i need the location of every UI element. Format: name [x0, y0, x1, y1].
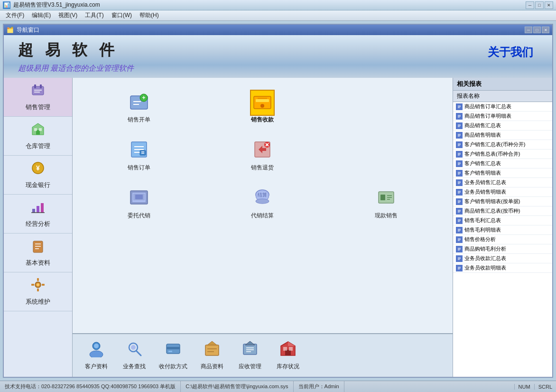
report-item-icon [456, 122, 463, 129]
report-item[interactable]: 业务员销售汇总表 [453, 178, 552, 187]
sales-receipt-label: 销售收款 [251, 116, 274, 124]
report-item[interactable]: 商品销售订单汇总表 [453, 102, 552, 112]
sidebar-item-warehouse[interactable]: 仓库管理 [4, 117, 72, 156]
svg-point-32 [260, 104, 264, 108]
svg-rect-13 [41, 203, 44, 213]
report-item[interactable]: 客户销售汇总表(币种分开) [453, 140, 552, 149]
report-item[interactable]: 业务员收款汇总表 [453, 254, 552, 263]
menu-window[interactable]: 窗口(W) [108, 10, 136, 20]
maximize-button[interactable]: □ [535, 1, 544, 9]
func-sales-order[interactable]: 销售订单 [77, 131, 201, 179]
svg-rect-22 [37, 289, 39, 291]
svg-point-20 [37, 283, 39, 286]
nav-restore-button[interactable]: □ [533, 27, 541, 33]
svg-rect-79 [289, 347, 293, 351]
report-item-icon [456, 179, 463, 186]
report-item-label: 商品销售明细表 [464, 131, 501, 139]
cash-sales-label: 现款销售 [375, 212, 398, 220]
main-area: 🗂️ 导航窗口 ─ □ ✕ 超 易 软 件 超级易用 最适合您的企业管理软件 关… [0, 21, 556, 381]
report-item[interactable]: 商品销售汇总表(按币种) [453, 206, 552, 216]
sidebar-system-label: 系统维护 [26, 298, 50, 306]
header-banner: 超 易 软 件 超级易用 最适合您的企业管理软件 关于我们 [4, 35, 552, 78]
svg-text:¥: ¥ [36, 164, 40, 172]
menu-edit[interactable]: 编辑(E) [28, 10, 55, 20]
menu-view[interactable]: 视图(V) [55, 10, 81, 20]
svg-marker-67 [207, 341, 217, 345]
svg-rect-70 [243, 344, 257, 355]
report-item[interactable]: 销售价格分析 [453, 235, 552, 244]
report-list[interactable]: 商品销售订单汇总表商品销售订单明细表商品销售汇总表商品销售明细表客户销售汇总表(… [453, 102, 552, 377]
system-icon [30, 277, 46, 296]
report-item[interactable]: 客户销售汇总表 [453, 159, 552, 168]
report-item[interactable]: 客户销售总表(币种合并) [453, 149, 552, 159]
svg-rect-64 [167, 347, 180, 349]
receivable-label: 应收管理 [239, 363, 261, 371]
report-item-label: 业务员收款明细表 [464, 264, 506, 271]
payment-label: 收付款方式 [159, 363, 187, 371]
report-item[interactable]: 客户销售明细表(按单据) [453, 197, 552, 206]
sidebar-item-cash[interactable]: ¥ 现金银行 [4, 156, 72, 195]
menu-help[interactable]: 帮助(H) [136, 10, 163, 20]
sales-return-label: 销售退货 [251, 164, 274, 172]
report-item[interactable]: 商品销售明细表 [453, 131, 552, 140]
svg-rect-8 [39, 128, 42, 131]
report-item[interactable]: 业务员销售明细表 [453, 187, 552, 197]
report-item[interactable]: 业务员收款明细表 [453, 263, 552, 273]
about-us-link[interactable]: 关于我们 [488, 45, 533, 60]
func-sales-open[interactable]: + 销售开单 [77, 83, 201, 131]
report-item-icon [456, 246, 463, 252]
nav-close-button[interactable]: ✕ [542, 27, 549, 33]
svg-point-58 [90, 351, 103, 357]
func-sales-return[interactable]: 销售退货 [201, 131, 324, 179]
menu-file[interactable]: 文件(F) [2, 10, 28, 20]
report-item[interactable]: 客户销售明细表 [453, 168, 552, 178]
sales-return-icon [251, 138, 274, 161]
nav-minimize-button[interactable]: ─ [525, 27, 532, 33]
report-item[interactable]: 商品销售汇总表 [453, 121, 552, 131]
func-cash-sales[interactable]: 现款销售 [324, 179, 448, 227]
nav-window: 🗂️ 导航窗口 ─ □ ✕ 超 易 软 件 超级易用 最适合您的企业管理软件 关… [3, 24, 553, 378]
report-item[interactable]: 销售毛利汇总表 [453, 216, 552, 225]
report-item-label: 客户销售明细表(按单据) [464, 198, 520, 205]
report-item-icon [456, 227, 463, 233]
func-sales-receipt[interactable]: 销售收款 [201, 83, 324, 131]
menu-tools[interactable]: 工具(T) [81, 10, 107, 20]
toolbar-receivable[interactable]: 应收管理 [231, 338, 269, 373]
close-button[interactable]: ✕ [545, 1, 553, 9]
report-item-label: 商品销售订单明细表 [464, 112, 511, 120]
report-item-icon [456, 113, 463, 120]
toolbar-payment[interactable]: 收付款方式 [153, 338, 193, 373]
func-consignment[interactable]: 委托代销 [77, 179, 201, 227]
nav-title-controls: ─ □ ✕ [525, 27, 549, 33]
sidebar-base-label: 基本资料 [26, 259, 50, 267]
svg-rect-11 [32, 209, 35, 213]
base-icon [30, 238, 46, 257]
report-item-label: 业务员销售汇总表 [464, 179, 506, 186]
report-item-icon [456, 189, 463, 196]
sidebar-item-system[interactable]: 系统维护 [4, 272, 72, 311]
svg-rect-31 [256, 99, 269, 102]
sidebar-item-sales[interactable]: 销售管理 [4, 78, 72, 117]
toolbar-stock[interactable]: 库存状况 [269, 338, 307, 373]
report-item-label: 客户销售汇总表(币种分开) [464, 141, 525, 148]
stock-label: 库存状况 [277, 363, 299, 371]
sidebar-item-analysis[interactable]: 经营分析 [4, 195, 72, 233]
svg-point-62 [131, 345, 136, 350]
toolbar-customer[interactable]: 客户资料 [77, 338, 115, 373]
report-item[interactable]: 商品销售订单明细表 [453, 112, 552, 121]
report-item[interactable]: 销售毛利明细表 [453, 225, 552, 235]
toolbar-goods[interactable]: 商品资料 [193, 338, 231, 373]
svg-rect-0 [32, 86, 44, 95]
business-icon [126, 340, 143, 361]
sidebar-item-base[interactable]: 基本资料 [4, 233, 72, 272]
toolbar-business[interactable]: 业务查找 [115, 338, 153, 373]
minimize-button[interactable]: ─ [526, 1, 534, 9]
nav-title-bar: 🗂️ 导航窗口 ─ □ ✕ [4, 25, 552, 35]
status-support: 技术支持电话：020-82327296 85440935 QQ:40809875… [0, 381, 181, 392]
svg-text:结算: 结算 [258, 192, 267, 197]
title-bar-text: 超易销售管理V3.51_jingyuxia.com [13, 1, 526, 9]
report-item[interactable]: 商品购销毛利分析 [453, 244, 552, 254]
banner-title: 超 易 软 件 [18, 40, 134, 61]
sales-open-label: 销售开单 [128, 116, 150, 124]
func-agent-settle[interactable]: 结算 代销结算 [201, 179, 324, 227]
